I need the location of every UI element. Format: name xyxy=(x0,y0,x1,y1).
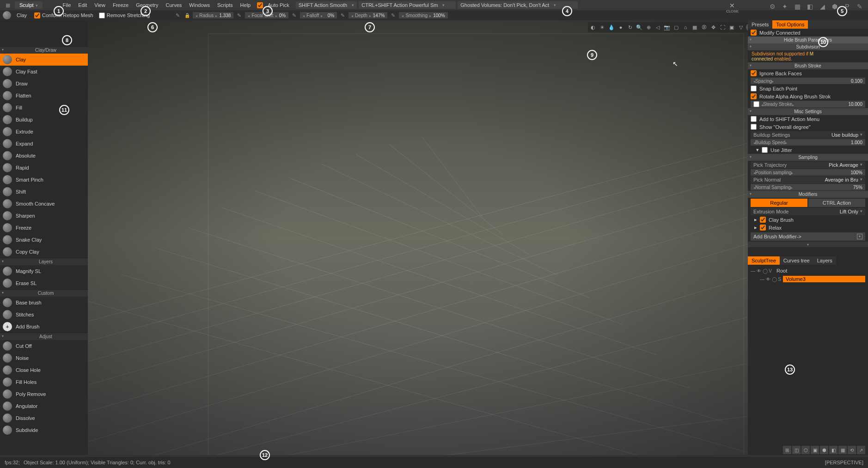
snap-checkbox[interactable]: Snap Each Point xyxy=(748,85,868,92)
tool-shift[interactable]: Shift xyxy=(0,186,88,198)
tool-cut-off[interactable]: Cut Off xyxy=(0,340,88,352)
tool-icon-2[interactable]: ▦ xyxy=(792,1,803,12)
tool-clay-fast[interactable]: Clay Fast xyxy=(0,66,88,78)
regular-button[interactable]: Regular xyxy=(751,199,807,207)
bi-2[interactable]: ◫ xyxy=(792,446,801,454)
tab-tool-options[interactable]: Tool Options xyxy=(772,20,808,29)
radius-slider[interactable]: Radius1.338 xyxy=(193,12,233,18)
vp-move-icon[interactable]: ✥ xyxy=(709,23,717,31)
custom-header[interactable]: Custom xyxy=(0,289,88,297)
ignore-back-checkbox[interactable]: Ignore Back Faces xyxy=(748,69,868,77)
close-button[interactable]: ✕CLOSE xyxy=(726,2,739,13)
buildup-settings-select[interactable]: Buildup SettingsUse buildup xyxy=(751,131,865,139)
position-sampling-slider[interactable]: Position sampling100% xyxy=(751,169,865,176)
relax-checkbox[interactable]: ▸ Relax xyxy=(748,224,868,231)
misc-header[interactable]: Misc Settings xyxy=(748,108,868,115)
pencil-icon-3[interactable]: ✎ xyxy=(290,12,298,18)
pencil-icon[interactable]: ✎ xyxy=(174,12,182,18)
tab-presets[interactable]: Presets xyxy=(748,20,772,29)
tool-icon-5[interactable]: ⬢ xyxy=(829,1,840,12)
file-icon[interactable]: ▦ xyxy=(3,1,13,9)
vp-cam-icon[interactable]: 📷 xyxy=(663,23,671,31)
tool-extrude[interactable]: Extrude xyxy=(0,126,88,138)
conform-checkbox[interactable]: Conform Retopo Mesh xyxy=(32,12,95,18)
vp-zoom-icon[interactable]: ⊕ xyxy=(644,23,653,31)
layers-header[interactable]: Layers xyxy=(0,258,88,265)
vp-sphere-icon[interactable]: ● xyxy=(617,23,625,31)
bi-8[interactable]: ⟲ xyxy=(848,446,856,454)
tool-subdivide[interactable]: Subdivide xyxy=(0,424,88,436)
tool-expand[interactable]: Expand xyxy=(0,138,88,150)
tool-smart-pinch[interactable]: Smart Pinch xyxy=(0,174,88,186)
menu-freeze[interactable]: Freeze xyxy=(110,1,131,9)
menu-help[interactable]: Help xyxy=(238,1,254,9)
vp-sun-icon[interactable]: ☀ xyxy=(598,23,606,31)
vp-frame-icon[interactable]: ▢ xyxy=(672,23,680,31)
falloff-slider[interactable]: Falloff0% xyxy=(300,12,337,18)
bi-9[interactable]: ↗ xyxy=(857,446,865,454)
vp-drop-icon[interactable]: 💧 xyxy=(607,23,616,31)
clay-brush-checkbox[interactable]: ▸ Clay Brush xyxy=(748,216,868,224)
normal-sampling-slider[interactable]: Normal Sampling75% xyxy=(751,184,865,190)
tool-dissolve[interactable]: Dissolve xyxy=(0,412,88,424)
tool-copy-clay[interactable]: Copy Clay xyxy=(0,246,88,258)
rotate-alpha-checkbox[interactable]: Rotate Alpha Along Brush Strok xyxy=(748,92,868,100)
modify-connected-checkbox[interactable]: Modify Connected xyxy=(748,29,868,36)
smoothing-slider[interactable]: Smoothing100% xyxy=(399,12,447,18)
subdivision-header[interactable]: Subdivision xyxy=(748,43,868,50)
shift-action-dropdown[interactable]: SHIFT Action Smooth xyxy=(296,1,357,9)
tool-flatten[interactable]: Flatten xyxy=(0,90,88,102)
add-shift-checkbox[interactable]: Add to SHIFT Action Menu xyxy=(748,115,868,123)
spacing-slider[interactable]: Spacing0.100 xyxy=(751,78,865,84)
pencil-icon-4[interactable]: ✎ xyxy=(339,12,347,18)
vp-rotate-icon[interactable]: ↻ xyxy=(626,23,634,31)
pick-trajectory-select[interactable]: Pick TrajectoryPick Average xyxy=(751,161,865,169)
tool-icon-6[interactable]: P xyxy=(842,1,853,12)
buildup-speed-slider[interactable]: Buildup Speed1.000 xyxy=(751,139,865,146)
bi-5[interactable]: ⬢ xyxy=(820,446,828,454)
menu-edit[interactable]: Edit xyxy=(75,1,90,9)
menu-geometry[interactable]: Geometry xyxy=(133,1,161,9)
tool-draw[interactable]: Draw xyxy=(0,78,88,90)
focal-slider[interactable]: Focal Shift0% xyxy=(245,12,288,18)
vp-nav-icon[interactable]: ◁ xyxy=(654,23,662,31)
pick-normal-select[interactable]: Pick NormalAverage in Bru xyxy=(751,176,865,183)
vp-10-icon[interactable]: ⦿ xyxy=(700,23,708,31)
pencil-icon-5[interactable]: ✎ xyxy=(389,12,397,18)
ctrlshift-action-dropdown[interactable]: CTRL+SHIFT Action Powerful Sm xyxy=(359,1,456,9)
ctrl-action-button[interactable]: CTRL Action xyxy=(808,199,865,207)
tool-close-hole[interactable]: Close Hole xyxy=(0,364,88,376)
tool-icon-3[interactable]: ◧ xyxy=(804,1,815,12)
menu-view[interactable]: View xyxy=(92,1,108,9)
tool-base-brush[interactable]: Base brush xyxy=(0,297,88,309)
brush-stroke-header[interactable]: Brush Stroke xyxy=(748,62,868,69)
tool-angulator[interactable]: Angulator xyxy=(0,400,88,412)
vp-grid-icon[interactable]: ▦ xyxy=(691,23,699,31)
menu-curves[interactable]: Curves xyxy=(163,1,184,9)
depth-slider[interactable]: Depth147% xyxy=(348,12,387,18)
tool-fill[interactable]: Fill xyxy=(0,102,88,114)
ghosted-dropdown[interactable]: Ghosted Volumes: Don't Pick, Don't Act xyxy=(458,1,578,9)
menu-scripts[interactable]: Scripts xyxy=(214,1,236,9)
bi-1[interactable]: ⊞ xyxy=(783,446,791,454)
steady-stroke-slider[interactable]: Steady Stroke10.000 xyxy=(751,101,865,108)
tool-smooth-concave[interactable]: Smooth Concave xyxy=(0,198,88,210)
remove-stretching-checkbox[interactable]: Remove Stretching xyxy=(97,12,152,18)
tool-snake-clay[interactable]: Snake Clay xyxy=(0,234,88,246)
gear-icon[interactable]: ⚙ xyxy=(767,1,778,12)
tab-sculpttree[interactable]: SculptTree xyxy=(748,256,780,265)
tool-stitches[interactable]: Stitches xyxy=(0,309,88,321)
tool-add-brush[interactable]: +Add Brush xyxy=(0,321,88,333)
tab-layers[interactable]: Layers xyxy=(813,256,836,265)
vp-home-icon[interactable]: ⌂ xyxy=(681,23,690,31)
tool-rapid[interactable]: Rapid xyxy=(0,162,88,174)
tool-freeze[interactable]: Freeze xyxy=(0,222,88,234)
bi-3[interactable]: ⬡ xyxy=(801,446,810,454)
modifiers-header[interactable]: Modifiers xyxy=(748,191,868,198)
tree-root[interactable]: — 👁 ◯ VRoot xyxy=(751,267,865,275)
tool-icon-4[interactable]: ◢ xyxy=(817,1,828,12)
tool-icon-1[interactable]: ✦ xyxy=(779,1,790,12)
use-jitter-checkbox[interactable]: ▾ Use Jitter xyxy=(748,146,868,154)
vp-trash-icon[interactable]: ▽ xyxy=(737,23,745,31)
tool-fill-holes[interactable]: Fill Holes xyxy=(0,376,88,388)
